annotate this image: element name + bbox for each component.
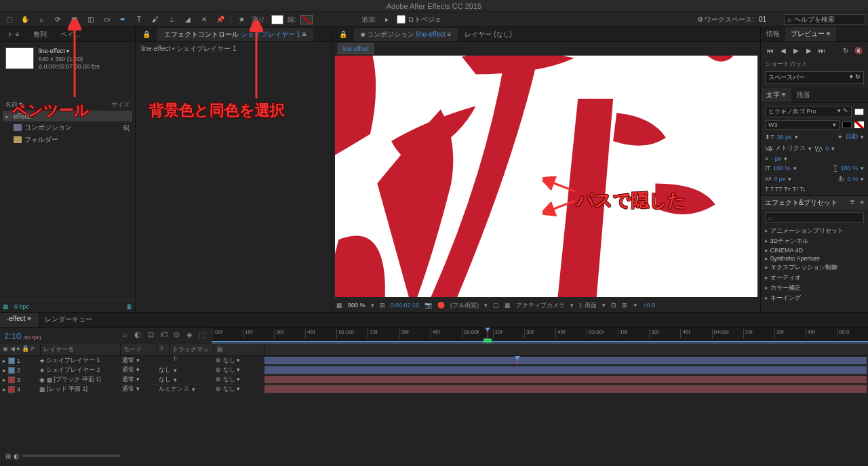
timeline-comp-tab[interactable]: -effect ≡	[0, 313, 38, 327]
add-dropdown-icon[interactable]: ▸	[380, 14, 393, 26]
paragraph-tab[interactable]: 段落	[791, 88, 816, 102]
project-tab-t[interactable]: ト ≡	[0, 28, 26, 41]
last-frame-icon[interactable]: ⏭	[816, 45, 827, 56]
workspace-value[interactable]: 01	[759, 16, 766, 23]
star-icon[interactable]: ★	[235, 14, 248, 26]
zoom-level[interactable]: 800 %	[348, 302, 366, 309]
composition-tab[interactable]: ■ コンポジション line-effect ≡	[354, 28, 458, 41]
transparent-icon[interactable]: ▦	[505, 302, 511, 309]
character-tab[interactable]: 文字 ≡	[761, 88, 791, 102]
stroke-none-chip[interactable]	[854, 121, 864, 128]
project-item-comp[interactable]: コンポジション 6(	[3, 121, 132, 134]
layer-row[interactable]: ▸2 ★ シェイプレイヤー 2 通常 ▾ なし ▾ ⊚ なし ▾	[0, 366, 868, 375]
effects-search[interactable]: ⌕.	[765, 212, 864, 223]
exposure[interactable]: +0.0	[644, 302, 656, 309]
label-color[interactable]	[8, 367, 15, 374]
prev-frame-icon[interactable]: ◀	[778, 45, 789, 56]
comp-nested-tab[interactable]: line-effect	[338, 43, 374, 54]
tl-icon[interactable]: ◐	[132, 330, 143, 341]
tl-icon[interactable]: 🏷	[158, 330, 169, 341]
leading[interactable]: 自動	[846, 132, 858, 141]
composition-viewer[interactable]	[335, 56, 757, 297]
eraser-tool-icon[interactable]: ◢	[182, 14, 194, 26]
shortcut-dropdown[interactable]: スペースバー▾ ↻	[765, 71, 864, 84]
align-tab[interactable]: 整列	[26, 28, 54, 41]
subscript-icon[interactable]: T₁	[800, 186, 806, 193]
fx-item[interactable]: アニメーションプリセット	[761, 226, 868, 236]
bold-icon[interactable]: T	[765, 186, 769, 193]
rotobezier-checkbox[interactable]	[397, 15, 406, 24]
layer-row[interactable]: ▸1 ★ シェイプレイヤー 1 通常 ▾ ⊚ なし ▾	[0, 356, 868, 366]
lock-icon[interactable]: 🔒	[136, 28, 157, 40]
misc-icon[interactable]: ⊡	[611, 302, 616, 309]
superscript-icon[interactable]: T¹	[793, 186, 799, 193]
label-color[interactable]	[8, 376, 15, 383]
pan-behind-tool-icon[interactable]: ◫	[84, 14, 96, 26]
bpc-button[interactable]: 8 bpc	[14, 303, 29, 310]
info-tab[interactable]: 情報	[761, 27, 785, 41]
loop-icon[interactable]: ↻	[840, 45, 851, 56]
fx-item[interactable]: CINEMA 4D	[761, 246, 868, 254]
effect-controls-tab[interactable]: エフェクトコントロール シェイプレイヤー 1 ≡	[157, 28, 313, 41]
toggle-switches-icon[interactable]: ⊞	[5, 452, 11, 460]
vscale[interactable]: 100 %	[773, 165, 791, 172]
render-queue-tab[interactable]: レンダーキュー	[38, 313, 99, 327]
stroke-width[interactable]: - px	[771, 155, 781, 162]
tl-icon[interactable]: ⊙	[171, 330, 182, 341]
first-frame-icon[interactable]: ⏮	[765, 45, 776, 56]
trash-icon[interactable]: 🗑	[126, 303, 132, 310]
rotate-tool-icon[interactable]: ⟳	[52, 14, 64, 26]
stroke-black-chip[interactable]	[842, 121, 852, 128]
smallcaps-icon[interactable]: Tᴛ	[784, 186, 791, 193]
mute-icon[interactable]: 🔇	[853, 45, 864, 56]
help-search[interactable]: ⌕ ヘルプを検索	[784, 14, 865, 25]
view-dropdown[interactable]: 1 画面	[579, 301, 597, 310]
tracking[interactable]: 0	[825, 145, 829, 152]
type-tool-icon[interactable]: T	[133, 14, 145, 26]
fill-swatch[interactable]	[271, 15, 283, 24]
shape-tool-icon[interactable]: ▭	[100, 14, 113, 26]
tsume[interactable]: 0 %	[847, 176, 858, 182]
layer-row[interactable]: ▸3 ◉ ▦ [ブラック 平面 1] 通常 ▾ なし ▾ ⊚ なし ▾	[0, 375, 868, 385]
stroke-swatch[interactable]	[300, 15, 313, 24]
selection-tool-icon[interactable]: ⬚	[3, 14, 15, 26]
next-frame-icon[interactable]: ▶	[804, 45, 814, 56]
project-item-folder[interactable]: フォルダー	[3, 134, 132, 146]
col-name[interactable]: 名前▼	[5, 100, 111, 109]
comp-name[interactable]: line-effect	[39, 47, 69, 54]
baseline[interactable]: 0 px	[774, 176, 785, 182]
hscale[interactable]: 100 %	[840, 165, 858, 172]
roi-icon[interactable]: ▢	[493, 302, 499, 309]
col-size[interactable]: サイズ	[111, 100, 130, 109]
tl-icon[interactable]: ⬚	[197, 330, 208, 341]
search-icon[interactable]: ⌕	[119, 330, 130, 341]
fx-item[interactable]: キーイング	[761, 293, 868, 303]
zoom-slider[interactable]	[22, 454, 121, 457]
italic-icon[interactable]: T	[770, 186, 774, 193]
comp-thumbnail[interactable]	[5, 47, 34, 69]
comp-lock-icon[interactable]: 🔒	[332, 28, 354, 40]
label-color[interactable]	[8, 357, 15, 364]
paint-tab[interactable]: ペイ…	[54, 28, 87, 41]
rotobezier-toggle[interactable]: ロトベジェ	[397, 15, 441, 24]
channel-icon[interactable]: 🔴	[437, 302, 445, 309]
tl-icon[interactable]: ⊡	[145, 330, 156, 341]
fx-item[interactable]: 3Dチャンネル	[761, 236, 868, 246]
time-ruler[interactable]: :00f15f30f45f 01:00f15f30f45f 02:00f15f3…	[212, 328, 868, 344]
layer-tab[interactable]: レイヤー (なし)	[458, 28, 518, 41]
timeline-timecode[interactable]: 2:10	[4, 331, 21, 341]
snapshot-icon[interactable]: 📷	[425, 302, 432, 309]
label-color[interactable]	[8, 386, 15, 393]
misc-icon-3[interactable]: ✦	[633, 302, 638, 309]
work-area[interactable]	[212, 341, 868, 344]
marker[interactable]	[484, 338, 492, 343]
roto-tool-icon[interactable]: ✕	[198, 14, 210, 26]
fx-item[interactable]: カラー補正	[761, 283, 868, 293]
mask-toggle-icon[interactable]: ▦	[336, 302, 342, 309]
kerning[interactable]: メトリクス	[775, 144, 806, 153]
play-icon[interactable]: ▶	[791, 45, 802, 56]
current-time[interactable]: 0:00:02:10	[391, 302, 420, 309]
font-size[interactable]: 36 px	[777, 134, 792, 140]
project-item-effect[interactable]: ▸ effect	[3, 111, 132, 121]
zoom-tool-icon[interactable]: ⌕	[35, 14, 47, 26]
